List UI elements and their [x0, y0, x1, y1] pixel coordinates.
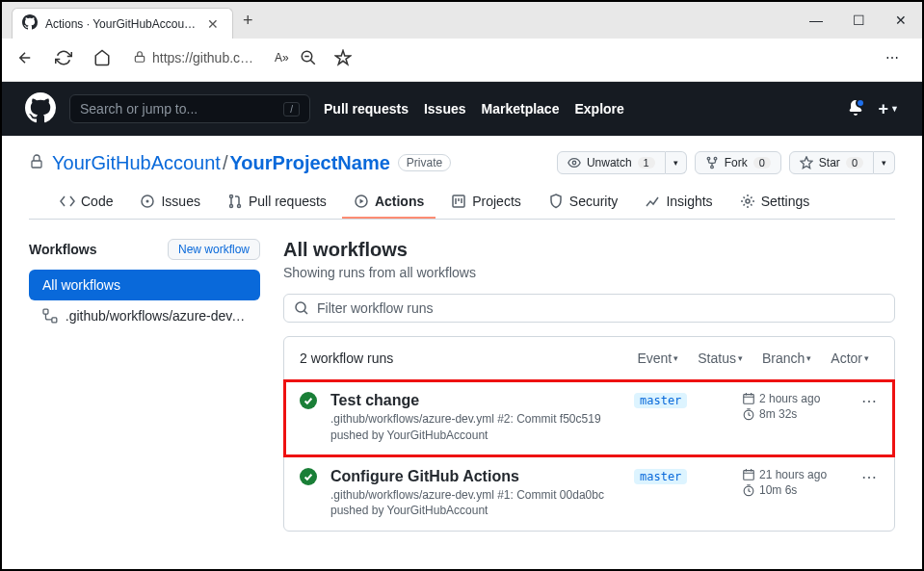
run-title: Test change [330, 392, 622, 409]
github-logo-icon[interactable] [25, 92, 56, 126]
tab-code[interactable]: Code [48, 186, 124, 219]
reader-mode-icon[interactable]: A» [275, 42, 289, 73]
repo-owner-link[interactable]: YourGitHubAccount [52, 152, 221, 173]
content: Workflows New workflow All workflows .gi… [2, 220, 922, 551]
search-placeholder: Search or jump to... [80, 101, 198, 117]
svg-rect-22 [744, 470, 754, 480]
notification-dot [856, 98, 865, 108]
runs-count: 2 workflow runs [300, 350, 627, 366]
svg-point-4 [707, 157, 710, 160]
page-title: All workflows [283, 239, 895, 261]
run-menu-button[interactable]: ⋯ [859, 468, 879, 486]
svg-rect-15 [43, 309, 48, 314]
workflow-run-row[interactable]: Test change .github/workflows/azure-dev.… [284, 380, 894, 456]
browser-tab[interactable]: Actions · YourGitHubAccount/Yo ✕ [12, 8, 233, 39]
run-description: .github/workflows/azure-dev.yml #2: Comm… [330, 411, 622, 444]
filter-input[interactable]: Filter workflow runs [283, 294, 895, 323]
tab-projects[interactable]: Projects [439, 186, 533, 219]
workflow-runs-box: 2 workflow runs Event▾ Status▾ Branch▾ A… [283, 336, 895, 532]
run-meta: 21 hours ago 10m 6s [742, 468, 848, 499]
svg-rect-16 [52, 318, 57, 323]
new-tab-button[interactable]: + [233, 5, 263, 37]
browser-more-button[interactable]: ⋯ [870, 50, 914, 65]
url-box[interactable]: https://github.c… [125, 46, 261, 70]
home-button[interactable] [87, 42, 118, 73]
svg-rect-0 [135, 56, 144, 62]
lock-repo-icon [29, 154, 44, 172]
workflow-run-row[interactable]: Configure GitHub Actions .github/workflo… [284, 456, 894, 532]
notifications-icon[interactable] [848, 100, 863, 118]
lock-icon [133, 50, 146, 66]
svg-point-10 [229, 205, 232, 208]
github-search-input[interactable]: Search or jump to... / [69, 94, 310, 123]
branch-pill[interactable]: master [634, 393, 687, 408]
repo-header: YourGitHubAccount/YourProjectName Privat… [2, 136, 922, 220]
svg-point-18 [300, 392, 317, 409]
repo-name: YourGitHubAccount/YourProjectName [52, 152, 390, 174]
tab-issues[interactable]: Issues [128, 186, 211, 219]
refresh-button[interactable] [48, 42, 79, 73]
star-button[interactable]: Star 0 [789, 151, 874, 174]
tab-actions[interactable]: Actions [342, 186, 436, 219]
sidebar-title: Workflows [29, 242, 97, 257]
status-success-icon [300, 392, 319, 412]
zoom-icon[interactable] [293, 42, 324, 73]
svg-point-5 [714, 157, 717, 160]
tab-insights[interactable]: Insights [633, 186, 724, 219]
close-window-button[interactable]: ✕ [880, 4, 922, 37]
visibility-badge: Private [398, 154, 451, 171]
browser-chrome: Actions · YourGitHubAccount/Yo ✕ + — ☐ ✕… [2, 2, 922, 82]
tab-favicon-github-icon [22, 14, 38, 33]
slash-hint: / [283, 102, 300, 117]
svg-point-14 [746, 199, 750, 203]
star-button-group: Star 0 ▾ [789, 151, 895, 174]
run-menu-button[interactable]: ⋯ [859, 392, 879, 410]
nav-explore[interactable]: Explore [574, 101, 623, 117]
star-caret[interactable]: ▾ [874, 151, 895, 174]
minimize-button[interactable]: — [795, 4, 837, 37]
create-new-dropdown[interactable]: +▼ [879, 99, 899, 119]
repo-tabs: Code Issues Pull requests Actions Projec… [29, 186, 895, 220]
svg-rect-2 [32, 161, 41, 168]
filter-actor[interactable]: Actor▾ [821, 350, 879, 366]
run-meta: 2 hours ago 8m 32s [742, 392, 848, 423]
sidebar-item-workflow-file[interactable]: .github/workflows/azure-dev.… [29, 300, 260, 331]
tab-settings[interactable]: Settings [728, 186, 822, 219]
github-nav: Pull requests Issues Marketplace Explore [324, 101, 624, 117]
tab-security[interactable]: Security [537, 186, 630, 219]
runs-header: 2 workflow runs Event▾ Status▾ Branch▾ A… [284, 337, 894, 380]
address-bar: https://github.c… A» ⋯ [2, 39, 922, 82]
favorite-icon[interactable] [328, 42, 358, 73]
unwatch-button[interactable]: Unwatch 1 [557, 151, 666, 174]
workflow-icon [42, 308, 58, 324]
titlebar: Actions · YourGitHubAccount/Yo ✕ + — ☐ ✕ [2, 2, 922, 39]
svg-point-6 [710, 166, 713, 169]
nav-pull-requests[interactable]: Pull requests [324, 101, 409, 117]
tab-title: Actions · YourGitHubAccount/Yo [45, 17, 199, 31]
tab-pull-requests[interactable]: Pull requests [216, 186, 338, 219]
stopwatch-icon [742, 407, 755, 421]
calendar-icon [742, 468, 755, 481]
fork-button[interactable]: Fork 0 [695, 151, 781, 174]
url-text: https://github.c… [152, 50, 253, 65]
branch-pill[interactable]: master [634, 469, 687, 484]
unwatch-caret[interactable]: ▾ [666, 151, 687, 174]
new-workflow-button[interactable]: New workflow [168, 239, 260, 260]
maximize-button[interactable]: ☐ [837, 4, 880, 37]
tab-close-icon[interactable]: ✕ [207, 16, 223, 32]
nav-marketplace[interactable]: Marketplace [482, 101, 560, 117]
filter-branch[interactable]: Branch▾ [752, 350, 821, 366]
repo-project-link[interactable]: YourProjectName [229, 152, 389, 173]
filter-status[interactable]: Status▾ [688, 350, 752, 366]
nav-issues[interactable]: Issues [424, 101, 466, 117]
back-button[interactable] [10, 42, 40, 73]
svg-rect-19 [744, 395, 754, 404]
run-title: Configure GitHub Actions [330, 468, 622, 485]
svg-point-21 [300, 468, 317, 485]
sidebar-item-all-workflows[interactable]: All workflows [29, 270, 260, 300]
filter-event[interactable]: Event▾ [627, 350, 688, 366]
svg-point-9 [229, 195, 232, 198]
stopwatch-icon [742, 483, 755, 497]
main-panel: All workflows Showing runs from all work… [283, 239, 895, 532]
calendar-icon [742, 392, 755, 405]
